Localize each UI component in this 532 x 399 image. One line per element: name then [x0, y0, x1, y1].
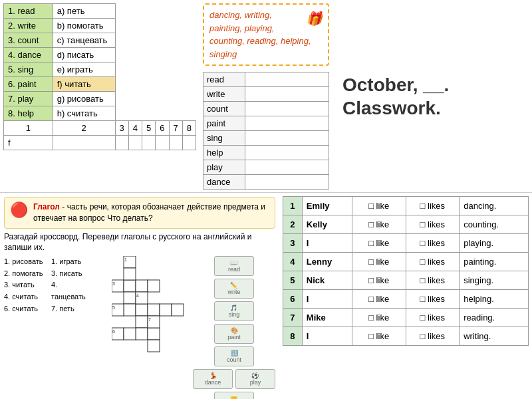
vocab-translation: c) танцевать: [53, 33, 115, 48]
svg-rect-3: [148, 280, 160, 292]
crossword-word-right: 1. играть: [51, 256, 93, 268]
input-field[interactable]: [245, 175, 329, 190]
vocab-word: 2. write: [4, 19, 53, 33]
input-field[interactable]: [245, 102, 329, 116]
f-label: f: [4, 136, 53, 150]
input-field[interactable]: [245, 72, 329, 87]
sentence-like[interactable]: □ like: [352, 327, 406, 346]
svg-rect-2: [136, 280, 148, 292]
input-field[interactable]: [245, 87, 329, 102]
vocab-word: 5. sing: [4, 63, 53, 77]
svg-text:7: 7: [148, 317, 151, 322]
number-cell: 2: [53, 121, 115, 136]
sentence-row: 6I□ like□ likeshelping.: [283, 290, 529, 309]
img-paint: 🎨paint: [214, 324, 254, 344]
sentence-likes[interactable]: □ likes: [406, 309, 460, 327]
sentence-activity: helping.: [460, 290, 529, 309]
sentence-likes[interactable]: □ likes: [406, 197, 460, 215]
right-section: October, __. Classwork.: [332, 0, 532, 192]
crossword-word-left: 4. считать: [4, 291, 46, 303]
img-play: ⚽play: [235, 369, 275, 389]
sentence-row: 3I□ like□ likesplaying.: [283, 234, 529, 253]
sentence-like[interactable]: □ like: [352, 253, 406, 271]
sentence-likes[interactable]: □ likes: [406, 271, 460, 290]
number-cell: 8: [182, 121, 196, 136]
sentence-num: 5: [283, 271, 303, 290]
sentence-like[interactable]: □ like: [352, 234, 406, 253]
crossword-word-right: 4. танцевать: [51, 279, 93, 303]
img-help: 🤝help: [214, 392, 254, 399]
sentence-num: 6: [283, 290, 303, 309]
vocab-word: 4. dance: [4, 48, 53, 63]
grammar-text: Глагол - часть речи, которая обозначает …: [33, 201, 269, 224]
svg-rect-26: [172, 304, 184, 316]
sentence-row: 7Mike□ like□ likesreading.: [283, 309, 529, 327]
input-label: read: [203, 72, 245, 87]
sentence-row: 1Emily□ like□ likesdancing.: [283, 197, 529, 215]
img-read: 📖read: [214, 256, 254, 276]
input-label: dance: [203, 175, 245, 190]
sentences-section: 1Emily□ like□ likesdancing.2Kelly□ like□…: [279, 193, 532, 399]
sentence-like[interactable]: □ like: [352, 197, 406, 215]
sentence-row: 4Lenny□ like□ likespainting.: [283, 253, 529, 271]
vocab-translation: e) играть: [53, 63, 115, 77]
sentence-row: 5Nick□ like□ likessinging.: [283, 271, 529, 290]
crossword-words: 1. рисовать2. помогать3. читать4. считат…: [4, 256, 46, 399]
sentence-likes[interactable]: □ likes: [406, 234, 460, 253]
sentence-like[interactable]: □ like: [352, 290, 406, 309]
input-row: read: [203, 72, 329, 87]
vocab-translation: g) рисовать: [53, 92, 115, 106]
input-row: sing: [203, 131, 329, 146]
svg-rect-19: [124, 328, 136, 340]
sentence-likes[interactable]: □ likes: [406, 290, 460, 309]
sentence-name: I: [302, 234, 352, 253]
sentence-likes[interactable]: □ likes: [406, 215, 460, 234]
word-cloud-icon: 🎁: [306, 9, 323, 29]
sentence-activity: reading.: [460, 309, 529, 327]
sentence-name: Lenny: [302, 253, 352, 271]
svg-rect-15: [136, 316, 148, 328]
vocab-translation: h) считать: [53, 106, 115, 121]
sentence-row: 2Kelly□ like□ likescounting.: [283, 215, 529, 234]
sentence-name: Nick: [302, 271, 352, 290]
svg-text:5: 5: [112, 305, 115, 310]
sentence-row: 8I□ like□ likeswriting.: [283, 327, 529, 346]
svg-text:4: 4: [136, 293, 139, 298]
sentence-activity: dancing.: [460, 197, 529, 215]
number-cell: 1: [4, 121, 53, 136]
sentence-like[interactable]: □ like: [352, 271, 406, 290]
svg-rect-16: [136, 328, 148, 340]
sentence-activity: painting.: [460, 253, 529, 271]
sentence-like[interactable]: □ like: [352, 215, 406, 234]
input-field[interactable]: [245, 146, 329, 160]
crossword-images: 📖read ✏️write 🎵sing 🎨paint 🔢count 💃dance…: [193, 256, 275, 399]
sentence-name: Mike: [302, 309, 352, 327]
sentence-likes[interactable]: □ likes: [406, 327, 460, 346]
input-field[interactable]: [245, 160, 329, 175]
input-table: readwritecountpaintsinghelpplaydance: [203, 72, 329, 190]
sentence-like[interactable]: □ like: [352, 309, 406, 327]
vocab-translation: b) помогать: [53, 19, 115, 33]
sentence-name: Kelly: [302, 215, 352, 234]
input-label: count: [203, 102, 245, 116]
crossword-grid-area: 3 1 5: [98, 256, 185, 362]
crossword-svg: 3 1 5: [112, 256, 198, 362]
svg-text:6: 6: [112, 329, 115, 334]
sentence-num: 1: [283, 197, 303, 215]
input-field[interactable]: [245, 116, 329, 131]
input-row: play: [203, 160, 329, 175]
sentence-num: 7: [283, 309, 303, 327]
sentences-table: 1Emily□ like□ likesdancing.2Kelly□ like□…: [283, 196, 529, 346]
middle-section: 🎁 dancing, writing, painting, playing, c…: [200, 0, 332, 192]
sentence-num: 4: [283, 253, 303, 271]
svg-text:1: 1: [124, 257, 127, 262]
vocab-row: 8. helph) считать: [4, 106, 196, 121]
svg-rect-8: [124, 304, 136, 316]
vocab-row: 6. paintf) читать: [4, 77, 196, 92]
sentence-name: I: [302, 290, 352, 309]
input-row: help: [203, 146, 329, 160]
sentence-likes[interactable]: □ likes: [406, 253, 460, 271]
crossword-instruction: Разгадай кроссворд. Переведи глаголы с р…: [4, 231, 275, 254]
input-field[interactable]: [245, 131, 329, 146]
img-write: ✏️write: [214, 279, 254, 299]
